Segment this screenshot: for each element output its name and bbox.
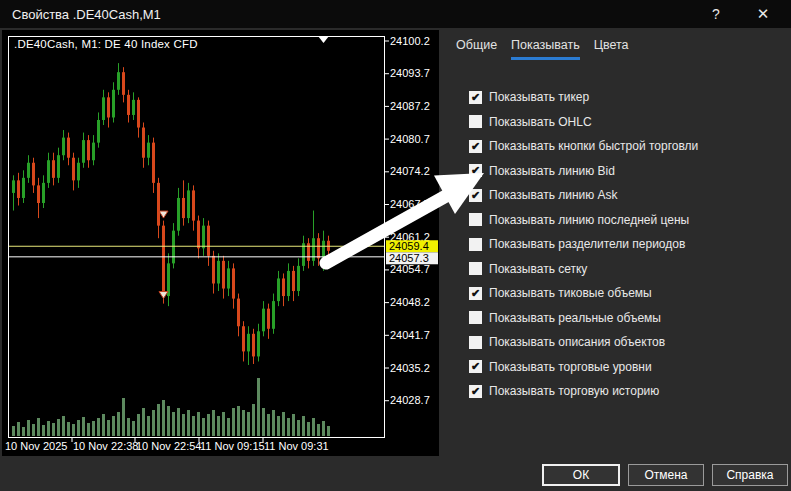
svg-text:24093.7: 24093.7 xyxy=(390,67,430,79)
chart-preview: 24100.224093.724087.224080.724074.224067… xyxy=(2,30,439,456)
option-label: Показывать реальные объемы xyxy=(489,311,661,325)
option-row-5[interactable]: Показывать линию последней цены xyxy=(469,208,791,233)
option-label: Показывать сетку xyxy=(489,262,587,276)
chart-canvas: 24100.224093.724087.224080.724074.224067… xyxy=(2,30,439,456)
tab-0[interactable]: Общие xyxy=(456,38,497,60)
svg-text:24048.2: 24048.2 xyxy=(390,296,430,308)
chart-symbol-label: .DE40Cash, M1: DE 40 Index CFD xyxy=(14,38,198,50)
checkbox-unchecked-icon[interactable] xyxy=(469,115,482,128)
tab-bar: ОбщиеПоказыватьЦвета xyxy=(455,30,791,60)
svg-text:24100.2: 24100.2 xyxy=(390,35,430,47)
option-row-0[interactable]: ✔Показывать тикер xyxy=(469,85,791,110)
option-row-11[interactable]: ✔Показывать торговые уровни xyxy=(469,355,791,380)
help-button[interactable]: Справка xyxy=(712,464,788,486)
svg-text:24059.4: 24059.4 xyxy=(389,240,429,252)
checkbox-unchecked-icon[interactable] xyxy=(469,262,482,275)
checkbox-checked-icon[interactable]: ✔ xyxy=(469,287,482,300)
option-label: Показывать торговую историю xyxy=(489,384,659,398)
title-bar: Свойства .DE40Cash,M1 ? ✕ xyxy=(0,0,791,28)
svg-text:24080.7: 24080.7 xyxy=(390,133,430,145)
option-label: Показывать линию Ask xyxy=(489,188,618,202)
option-row-6[interactable]: Показывать разделители периодов xyxy=(469,232,791,257)
option-label: Показывать линию Bid xyxy=(489,164,615,178)
window-title: Свойства .DE40Cash,M1 xyxy=(12,7,161,22)
option-label: Показывать линию последней цены xyxy=(489,213,689,227)
option-label: Показывать кнопки быстрой торговли xyxy=(489,139,698,153)
svg-text:10 Nov 2025: 10 Nov 2025 xyxy=(5,440,67,452)
checkbox-unchecked-icon[interactable] xyxy=(469,336,482,349)
svg-text:24087.2: 24087.2 xyxy=(390,100,430,112)
checkbox-checked-icon[interactable]: ✔ xyxy=(469,385,482,398)
option-row-9[interactable]: Показывать реальные объемы xyxy=(469,306,791,331)
svg-text:24054.7: 24054.7 xyxy=(390,263,430,275)
option-label: Показывать описания объектов xyxy=(489,335,665,349)
option-row-3[interactable]: ✔Показывать линию Bid xyxy=(469,159,791,184)
svg-text:10 Nov 22:38: 10 Nov 22:38 xyxy=(73,440,138,452)
option-row-7[interactable]: Показывать сетку xyxy=(469,257,791,282)
svg-text:10 Nov 22:54: 10 Nov 22:54 xyxy=(136,440,201,452)
checkbox-checked-icon[interactable]: ✔ xyxy=(469,164,482,177)
checkbox-unchecked-icon[interactable] xyxy=(469,311,482,324)
ok-button[interactable]: ОК xyxy=(542,464,620,486)
option-label: Показывать OHLC xyxy=(489,115,592,129)
option-label: Показывать тикер xyxy=(489,90,589,104)
checkbox-checked-icon[interactable]: ✔ xyxy=(469,189,482,202)
checkbox-checked-icon[interactable]: ✔ xyxy=(469,91,482,104)
svg-text:24057.3: 24057.3 xyxy=(389,252,429,264)
svg-text:24041.7: 24041.7 xyxy=(390,329,430,341)
svg-text:24028.7: 24028.7 xyxy=(390,394,430,406)
option-row-12[interactable]: ✔Показывать торговую историю xyxy=(469,379,791,404)
dialog-buttons: ОК Отмена Справка xyxy=(534,464,788,486)
svg-text:24035.2: 24035.2 xyxy=(390,362,430,374)
option-row-8[interactable]: ✔Показывать тиковые объемы xyxy=(469,281,791,306)
svg-text:24067.7: 24067.7 xyxy=(390,198,430,210)
checkbox-checked-icon[interactable]: ✔ xyxy=(469,360,482,373)
tab-2[interactable]: Цвета xyxy=(594,38,629,60)
option-row-2[interactable]: ✔Показывать кнопки быстрой торговли xyxy=(469,134,791,159)
cancel-button[interactable]: Отмена xyxy=(628,464,704,486)
svg-text:11 Nov 09:31: 11 Nov 09:31 xyxy=(264,440,329,452)
settings-panel: ОбщиеПоказыватьЦвета ✔Показывать тикерПо… xyxy=(455,30,791,431)
options-list: ✔Показывать тикерПоказывать OHLC✔Показыв… xyxy=(455,85,791,404)
option-row-4[interactable]: ✔Показывать линию Ask xyxy=(469,183,791,208)
option-row-10[interactable]: Показывать описания объектов xyxy=(469,330,791,355)
option-label: Показывать тиковые объемы xyxy=(489,286,652,300)
checkbox-unchecked-icon[interactable] xyxy=(469,238,482,251)
option-row-1[interactable]: Показывать OHLC xyxy=(469,110,791,135)
titlebar-help-button[interactable]: ? xyxy=(696,0,736,28)
tab-1[interactable]: Показывать xyxy=(511,38,580,60)
option-label: Показывать торговые уровни xyxy=(489,360,652,374)
option-label: Показывать разделители периодов xyxy=(489,237,685,251)
svg-text:11 Nov 09:15: 11 Nov 09:15 xyxy=(200,440,265,452)
checkbox-unchecked-icon[interactable] xyxy=(469,213,482,226)
svg-text:24074.2: 24074.2 xyxy=(390,165,430,177)
checkbox-checked-icon[interactable]: ✔ xyxy=(469,140,482,153)
close-icon[interactable]: ✕ xyxy=(743,0,783,28)
